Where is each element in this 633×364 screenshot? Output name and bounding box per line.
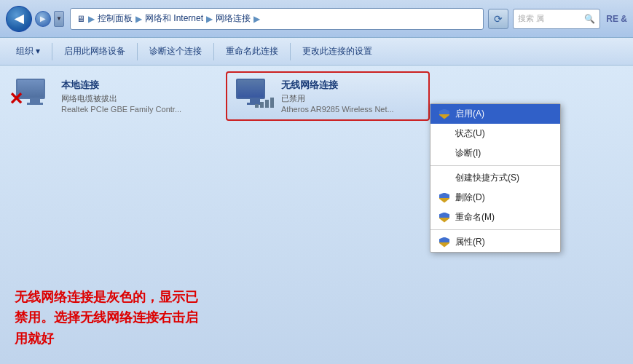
breadcrumb-connections: 网络连接	[216, 12, 251, 25]
separator-3: ▶	[206, 14, 213, 24]
local-connection-status: 网络电缆被拔出	[61, 93, 217, 104]
local-connection-icon: ✕	[16, 79, 54, 105]
toolbar-rename[interactable]: 重命名此连接	[219, 42, 286, 60]
wireless-connection-adapter: Atheros AR9285 Wireless Net...	[281, 105, 420, 114]
back-button[interactable]: ◀	[6, 6, 32, 32]
search-icon: 🔍	[584, 14, 595, 24]
shield-enable-icon	[439, 109, 449, 119]
toolbar-change-label: 更改此连接的设置	[302, 45, 372, 58]
shield-delete-icon	[439, 193, 449, 203]
signal-bar-4	[270, 98, 274, 108]
breadcrumb-controlpanel[interactable]: 控制面板	[98, 12, 133, 25]
wireless-connection-item[interactable]: 无线网络连接 已禁用 Atheros AR9285 Wireless Net..…	[226, 71, 430, 121]
refresh-icon: ⟳	[494, 13, 503, 25]
instruction-content: 无线网络连接是灰色的，显示已禁用。选择无线网络连接右击启用就好	[15, 290, 198, 347]
instruction-text: 无线网络连接是灰色的，显示已禁用。选择无线网络连接右击启用就好	[15, 287, 204, 349]
wireless-connection-info: 无线网络连接 已禁用 Atheros AR9285 Wireless Net..…	[281, 79, 420, 114]
titlebar: ◀ ▶ ▼ 🖥 ▶ 控制面板 ▶ 网络和 Internet ▶ 网络连接 ▶ ⟳…	[0, 0, 633, 38]
toolbar-enable-label: 启用此网络设备	[64, 45, 125, 58]
context-menu-rename-label: 重命名(M)	[455, 211, 495, 223]
context-menu-divider-2	[430, 229, 560, 230]
context-menu-delete-label: 删除(D)	[455, 191, 485, 204]
context-menu-shortcut-label: 创建快捷方式(S)	[455, 172, 519, 184]
shield-rename-icon	[439, 213, 449, 223]
wireless-connection-icon	[236, 79, 274, 114]
breadcrumb-icon: 🖥	[76, 14, 85, 24]
toolbar-divider-1	[52, 43, 52, 60]
context-menu-properties[interactable]: 属性(R)	[430, 232, 560, 252]
separator-4: ▶	[253, 14, 260, 24]
toolbar-enable-device[interactable]: 启用此网络设备	[57, 42, 133, 60]
context-menu-diagnose[interactable]: 诊断(I)	[430, 143, 560, 163]
separator-1: ▶	[88, 14, 95, 24]
wireless-connection-name: 无线网络连接	[281, 79, 420, 92]
toolbar-change-settings[interactable]: 更改此连接的设置	[295, 42, 380, 60]
forward-arrow-icon: ▶	[40, 15, 46, 23]
toolbar-organize-label: 组织 ▾	[16, 45, 40, 58]
address-bar[interactable]: 🖥 ▶ 控制面板 ▶ 网络和 Internet ▶ 网络连接 ▶	[70, 8, 484, 30]
context-menu-status[interactable]: 状态(U)	[430, 124, 560, 143]
toolbar-diagnose[interactable]: 诊断这个连接	[142, 42, 209, 60]
context-menu-status-label: 状态(U)	[455, 127, 485, 140]
forward-button[interactable]: ▶	[35, 11, 51, 27]
signal-bar-3	[265, 100, 269, 108]
local-connection-name: 本地连接	[61, 79, 217, 92]
local-monitor-base	[27, 103, 43, 105]
breadcrumb-network[interactable]: 网络和 Internet	[145, 12, 203, 25]
shield-properties-icon	[439, 237, 449, 248]
dropdown-arrow-icon: ▼	[56, 15, 62, 22]
back-arrow-icon: ◀	[15, 12, 23, 25]
history-dropdown-button[interactable]: ▼	[54, 11, 64, 27]
refresh-button[interactable]: ⟳	[488, 9, 508, 29]
context-menu-enable[interactable]: 启用(A)	[430, 104, 560, 124]
signal-bar-2	[260, 102, 264, 108]
context-menu-rename[interactable]: 重命名(M)	[430, 207, 560, 227]
context-menu-enable-label: 启用(A)	[455, 108, 484, 120]
local-connection-item[interactable]: ✕ 本地连接 网络电缆被拔出 Realtek PCIe GBE Family C…	[7, 73, 226, 119]
toolbar-divider-2	[137, 43, 138, 60]
local-connection-info: 本地连接 网络电缆被拔出 Realtek PCIe GBE Family Con…	[61, 79, 217, 114]
search-box[interactable]: 搜索 属 🔍	[513, 9, 600, 29]
context-menu-shortcut[interactable]: 创建快捷方式(S)	[430, 168, 560, 188]
signal-bar-1	[255, 104, 259, 108]
wireless-connection-status: 已禁用	[281, 93, 420, 104]
toolbar-organize[interactable]: 组织 ▾	[9, 42, 47, 60]
context-menu-delete[interactable]: 删除(D)	[430, 188, 560, 207]
disconnected-x-icon: ✕	[9, 90, 23, 108]
corner-label: RE &	[606, 14, 627, 24]
toolbar: 组织 ▾ 启用此网络设备 诊断这个连接 重命名此连接 更改此连接的设置	[0, 38, 633, 66]
toolbar-divider-3	[213, 43, 214, 60]
nav-buttons: ◀ ▶ ▼	[6, 6, 64, 32]
signal-bars	[255, 98, 274, 108]
toolbar-rename-label: 重命名此连接	[226, 45, 278, 58]
context-menu-divider-1	[430, 165, 560, 166]
toolbar-divider-4	[290, 43, 291, 60]
wireless-monitor-screen	[237, 80, 264, 98]
local-connection-adapter: Realtek PCIe GBE Family Contr...	[61, 105, 217, 114]
search-placeholder: 搜索 属	[518, 13, 584, 24]
wireless-monitor-body	[236, 79, 265, 99]
context-menu: 启用(A) 状态(U) 诊断(I) 创建快捷方式(S) 删除(D) 重命名(M)	[430, 103, 561, 253]
separator-2: ▶	[135, 14, 142, 24]
context-menu-properties-label: 属性(R)	[455, 236, 485, 248]
main-content: ✕ 本地连接 网络电缆被拔出 Realtek PCIe GBE Family C…	[0, 66, 633, 364]
toolbar-diagnose-label: 诊断这个连接	[149, 45, 202, 58]
context-menu-diagnose-label: 诊断(I)	[455, 147, 481, 159]
